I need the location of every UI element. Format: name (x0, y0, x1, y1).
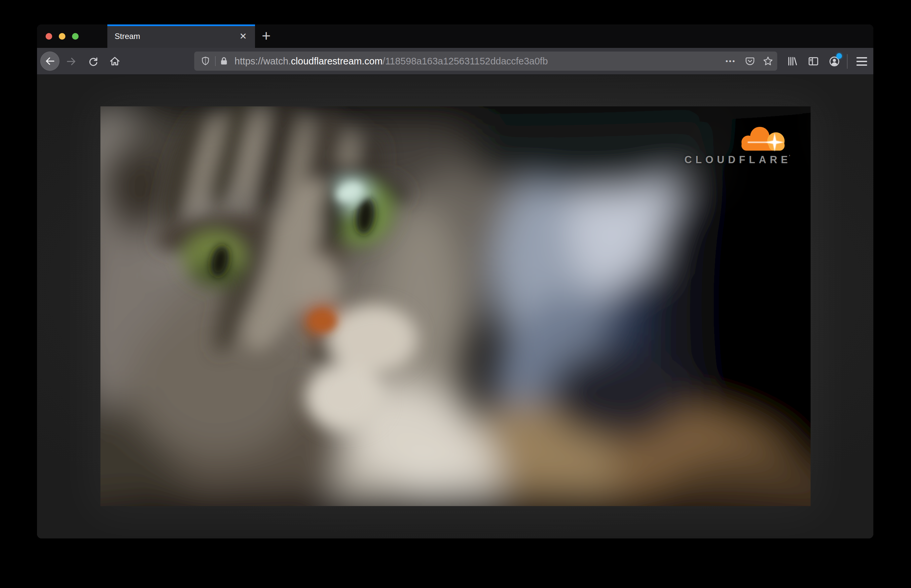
reload-button[interactable] (84, 48, 103, 75)
menu-button[interactable] (852, 48, 871, 75)
url-path: /118598a163a125631152ddaccfe3a0fb (383, 56, 548, 66)
new-tab-icon: + (262, 28, 271, 43)
bookmark-star-icon[interactable] (759, 52, 777, 71)
account-button[interactable] (825, 48, 844, 75)
video-frame-cat (100, 107, 811, 506)
url-scheme-host: https://watch. (234, 56, 291, 66)
back-button[interactable] (40, 52, 60, 71)
menu-icon (856, 57, 867, 66)
shield-icon[interactable] (196, 52, 215, 71)
home-button[interactable] (105, 48, 124, 75)
window-controls (37, 24, 107, 48)
forward-button[interactable] (62, 48, 81, 75)
cloudflare-trademark: ' (789, 154, 790, 159)
url-domain: cloudflarestream.com (291, 56, 383, 66)
tab-bar: Stream ✕ + (37, 24, 873, 48)
back-arrow-icon (44, 55, 56, 67)
desktop-background: Stream ✕ + (0, 0, 911, 588)
traffic-zoom-button[interactable] (72, 33, 79, 40)
traffic-minimize-button[interactable] (59, 33, 65, 40)
page-content: CLOUDFLARE' (37, 75, 873, 538)
notification-dot (836, 53, 842, 59)
url-text[interactable]: https://watch.cloudflarestream.com/11859… (234, 52, 548, 71)
active-tab-indicator (107, 24, 255, 26)
url-bar[interactable]: https://watch.cloudflarestream.com/11859… (194, 52, 777, 71)
close-tab-icon[interactable]: ✕ (236, 30, 250, 43)
cloudflare-cloud-icon (737, 124, 789, 152)
browser-window: Stream ✕ + (37, 24, 873, 538)
sidebar-button[interactable] (804, 48, 823, 75)
navigation-toolbar: https://watch.cloudflarestream.com/11859… (37, 48, 873, 75)
forward-arrow-icon (65, 55, 77, 67)
tab-stream[interactable]: Stream ✕ (107, 24, 255, 48)
lock-icon[interactable] (215, 52, 233, 71)
library-icon (786, 55, 798, 67)
tab-title: Stream (107, 32, 140, 41)
page-actions-icon[interactable]: ••• (721, 52, 740, 71)
reload-icon (87, 55, 99, 67)
library-button[interactable] (782, 48, 802, 75)
cloudflare-logo: CLOUDFLARE' (680, 124, 790, 166)
home-icon (109, 55, 121, 67)
sidebar-icon (807, 55, 819, 67)
cloudflare-wordmark: CLOUDFLARE (685, 154, 791, 165)
toolbar-divider (847, 54, 848, 69)
traffic-close-button[interactable] (45, 33, 52, 40)
new-tab-button[interactable]: + (257, 24, 276, 48)
pocket-icon[interactable] (741, 52, 759, 71)
video-player[interactable]: CLOUDFLARE' (100, 107, 811, 506)
